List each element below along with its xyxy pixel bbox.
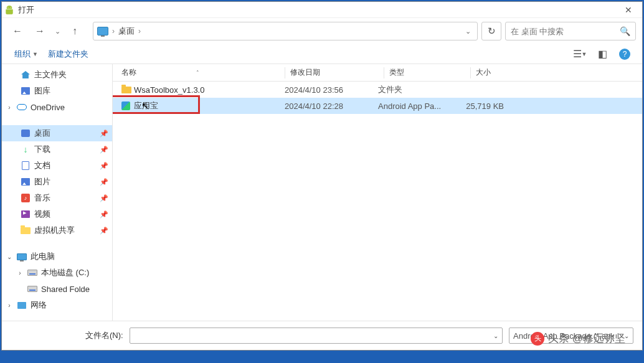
sort-asc-icon: ˄ — [196, 70, 199, 76]
column-size[interactable]: 大小 — [476, 67, 526, 78]
forward-button[interactable]: → — [31, 22, 49, 40]
address-dropdown[interactable]: ⌄ — [463, 27, 473, 35]
breadcrumb-location[interactable]: 桌面 — [118, 26, 135, 37]
file-row[interactable]: 应用宝 2024/4/10 22:28 Android App Pa... 25… — [113, 98, 642, 114]
android-icon — [4, 5, 14, 15]
pin-icon: 📌 — [100, 146, 108, 154]
pin-icon: 📌 — [100, 227, 108, 235]
refresh-button[interactable]: ↻ — [481, 22, 501, 40]
command-toolbar: 组织▼ 新建文件夹 ☰ ▼ ◧ ? — [2, 44, 642, 64]
svg-point-1 — [10, 7, 11, 7]
sidebar-item-localdisk[interactable]: ›本地磁盘 (C:) — [2, 265, 112, 281]
chevron-right-icon[interactable]: › — [138, 27, 141, 35]
file-row[interactable]: WsaToolbox_v1.3.0 2024/4/10 23:56 文件夹 — [113, 82, 642, 98]
sidebar-item-vmshare[interactable]: 虚拟机共享📌 — [2, 222, 112, 238]
file-list-panel: 名称˄ 修改日期 类型 大小 WsaToolbox_v1.3.0 2024/4/… — [113, 64, 642, 321]
history-dropdown[interactable]: ⌄ — [53, 27, 62, 35]
pin-icon: 📌 — [100, 210, 108, 219]
toutiao-logo-icon: 头 — [531, 332, 544, 346]
sidebar-item-documents[interactable]: 文档📌 — [2, 158, 112, 174]
new-folder-button[interactable]: 新建文件夹 — [44, 47, 92, 61]
address-bar[interactable]: › 桌面 › ⌄ — [93, 22, 478, 40]
pin-icon: 📌 — [100, 130, 108, 138]
desktop-icon — [97, 27, 108, 35]
navigation-sidebar: 主文件夹 图库 ›OneDrive 桌面📌 ↓下载📌 文档📌 图片📌 音乐📌 视… — [2, 64, 113, 321]
sidebar-item-videos[interactable]: 视频📌 — [2, 206, 112, 222]
back-button[interactable]: ← — [8, 22, 27, 40]
close-button[interactable]: ✕ — [617, 2, 640, 17]
chevron-down-icon[interactable]: ⌄ — [493, 332, 498, 339]
column-name[interactable]: 名称˄ — [121, 67, 285, 78]
sidebar-item-gallery[interactable]: 图库 — [2, 83, 112, 99]
window-title: 打开 — [18, 4, 617, 16]
column-headers: 名称˄ 修改日期 类型 大小 — [113, 64, 642, 82]
column-type[interactable]: 类型 — [389, 67, 470, 78]
sidebar-item-home[interactable]: 主文件夹 — [2, 67, 112, 83]
up-button[interactable]: ↑ — [65, 22, 84, 40]
sidebar-item-thispc[interactable]: ⌄此电脑 — [2, 248, 112, 265]
pin-icon: 📌 — [100, 178, 108, 186]
filename-label: 文件名(N): — [85, 330, 123, 341]
sidebar-item-network[interactable]: ›网络 — [2, 297, 112, 313]
sidebar-item-downloads[interactable]: ↓下载📌 — [2, 141, 112, 158]
help-button[interactable]: ? — [616, 47, 633, 62]
nav-toolbar: ← → ⌄ ↑ › 桌面 › ⌄ ↻ 🔍 — [2, 18, 642, 44]
titlebar: 打开 ✕ — [2, 2, 642, 18]
svg-point-0 — [7, 7, 8, 7]
open-file-dialog: 打开 ✕ ← → ⌄ ↑ › 桌面 › ⌄ ↻ 🔍 组织▼ 新建文件夹 ☰ ▼ … — [1, 1, 643, 351]
search-input[interactable] — [511, 27, 616, 36]
sidebar-item-desktop[interactable]: 桌面📌 — [2, 125, 112, 141]
folder-icon — [121, 87, 134, 93]
preview-pane-button[interactable]: ◧ — [594, 47, 611, 62]
file-list[interactable]: WsaToolbox_v1.3.0 2024/4/10 23:56 文件夹 应用… — [113, 82, 642, 321]
filename-input[interactable]: ⌄ — [130, 328, 503, 344]
pin-icon: 📌 — [100, 194, 108, 202]
search-icon[interactable]: 🔍 — [620, 26, 630, 36]
watermark: 头 头条 @修远弥坚 — [531, 331, 625, 346]
apk-icon — [121, 101, 134, 110]
main-area: 主文件夹 图库 ›OneDrive 桌面📌 ↓下载📌 文档📌 图片📌 音乐📌 视… — [2, 64, 642, 321]
sidebar-item-sharedfolder[interactable]: Shared Folde — [2, 281, 112, 297]
organize-menu[interactable]: 组织▼ — [11, 47, 42, 61]
view-options-button[interactable]: ☰ ▼ — [571, 47, 589, 62]
column-date[interactable]: 修改日期 — [290, 67, 384, 78]
pin-icon: 📌 — [100, 162, 108, 170]
sidebar-item-music[interactable]: 音乐📌 — [2, 190, 112, 206]
sidebar-item-pictures[interactable]: 图片📌 — [2, 174, 112, 190]
chevron-right-icon: › — [112, 27, 115, 35]
sidebar-item-onedrive[interactable]: ›OneDrive — [2, 99, 112, 115]
search-box[interactable]: 🔍 — [505, 22, 636, 40]
